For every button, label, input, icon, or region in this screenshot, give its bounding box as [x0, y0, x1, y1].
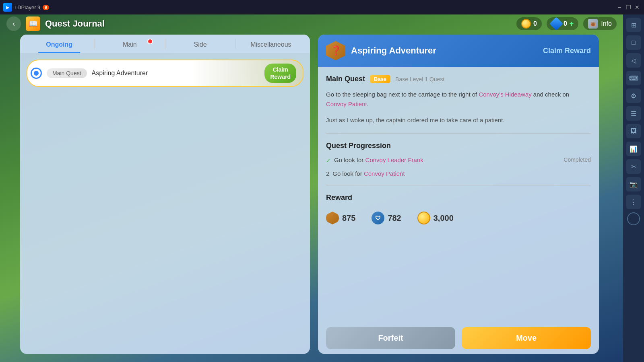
reward-exp: 875: [326, 212, 355, 224]
desc-end: .: [367, 101, 369, 107]
game-header: ‹ 📖 Quest Journal 0 0 + 👜 Info: [0, 14, 623, 33]
info-button[interactable]: 👜 Info: [583, 17, 617, 30]
tab-ongoing[interactable]: Ongoing: [24, 35, 94, 53]
progression-text-2: Go look for Convoy Patient: [332, 170, 588, 177]
sidebar-icon-list[interactable]: ☰: [626, 106, 641, 121]
exp-value: 875: [342, 214, 355, 223]
sidebar-icon-cut[interactable]: ✂: [626, 159, 641, 174]
minimize-button[interactable]: −: [616, 4, 623, 11]
section-divider-1: [326, 133, 591, 134]
close-button[interactable]: ✕: [634, 4, 641, 11]
progression-num-2: 2: [326, 170, 329, 177]
gold-reward-icon: [417, 212, 430, 224]
detail-title: Aspiring Adventurer: [351, 45, 537, 56]
right-sidebar: ⊞ □ ◁ ⌨ ⚙ ☰ 🖼 📊 ✂ 📷 ⋮: [623, 14, 644, 362]
reward-section-title: Reward: [326, 193, 591, 202]
claim-reward-header-button[interactable]: Claim Reward: [543, 47, 591, 55]
detail-body: Main Quest Base Base Level 1 Quest Go to…: [318, 67, 599, 322]
gem-icon: [549, 17, 563, 31]
gold-icon: [521, 19, 531, 29]
taskbar: ▶ LDPlayer 9 9 − ❐ ✕: [0, 0, 644, 14]
reward-items: 875 🛡 782 3,000: [326, 212, 591, 224]
convoy-patient-link-1[interactable]: Convoy Patient: [326, 101, 367, 107]
detail-header: ❓ Aspiring Adventurer Claim Reward: [318, 35, 599, 67]
quest-meta-title: Main Quest: [326, 75, 365, 83]
info-label: Info: [601, 20, 612, 27]
quest-detail-icon: ❓: [326, 41, 345, 60]
quest-flavor-text: Just as I woke up, the captain ordered m…: [326, 115, 591, 125]
convoy-leader-link[interactable]: Convoy Leader Frank: [365, 156, 423, 163]
exp-icon: [326, 212, 339, 224]
progression-item-2: 2 Go look for Convoy Patient: [326, 170, 591, 177]
quest-radio-inner: [34, 71, 39, 76]
detail-footer: Forfeit Move: [318, 322, 599, 354]
taskbar-logo: ▶ LDPlayer 9 9: [3, 3, 49, 12]
page-title: Quest Journal: [45, 19, 105, 29]
reward-gold: 3,000: [417, 212, 454, 224]
progression-title: Quest Progression: [326, 142, 591, 150]
add-gems-button[interactable]: +: [570, 20, 574, 28]
gold-display: 0: [516, 17, 542, 30]
gem-display: 0 +: [547, 17, 578, 30]
taskbar-title: LDPlayer 9: [14, 4, 40, 10]
sidebar-icon-grid[interactable]: ⊞: [626, 18, 641, 32]
progression-item-1: ✓ Go look for Convoy Leader Frank Comple…: [326, 156, 591, 164]
sp-value: 782: [388, 214, 401, 223]
quest-list: Main Quest Aspiring Adventurer ClaimRewa…: [20, 53, 310, 354]
quest-journal-panel: Ongoing Main Side Miscellaneous Main Que…: [20, 35, 310, 354]
sidebar-icon-more[interactable]: ⋮: [626, 195, 641, 209]
desc-text-1: Go to the sleeping bag next to the carri…: [326, 91, 477, 98]
quest-detail-panel: ❓ Aspiring Adventurer Claim Reward Main …: [318, 35, 599, 354]
desc-text-2: and check on: [533, 91, 569, 98]
base-badge: Base: [370, 75, 390, 83]
quest-journal-icon: 📖: [26, 16, 40, 31]
sidebar-icon-screenshot[interactable]: □: [626, 35, 641, 50]
quest-name: Aspiring Adventurer: [92, 70, 260, 77]
check-icon: ✓: [326, 157, 331, 164]
tab-side[interactable]: Side: [165, 35, 235, 53]
forfeit-button[interactable]: Forfeit: [326, 327, 455, 349]
content-area: ‹ 📖 Quest Journal 0 0 + 👜 Info Ongoing M…: [0, 14, 623, 362]
restore-button[interactable]: ❐: [625, 4, 632, 11]
sp-icon: 🛡: [372, 212, 384, 224]
quest-description: Go to the sleeping bag next to the carri…: [326, 90, 591, 109]
convoy-patient-link-2[interactable]: Convoy Patient: [364, 170, 405, 177]
sidebar-icon-image[interactable]: 🖼: [626, 124, 641, 138]
progression-text-1: Go look for Convoy Leader Frank: [334, 156, 560, 163]
claim-reward-list-button[interactable]: ClaimReward: [264, 64, 296, 83]
notification-dot: [147, 39, 153, 44]
sidebar-icon-circle[interactable]: [627, 212, 640, 225]
convoy-hideaway-link[interactable]: Convoy's Hideaway: [479, 91, 533, 98]
tabs-header: Ongoing Main Side Miscellaneous: [20, 35, 310, 53]
tab-miscellaneous[interactable]: Miscellaneous: [236, 35, 306, 53]
tab-main[interactable]: Main: [95, 35, 165, 53]
bag-icon: 👜: [588, 19, 598, 29]
gem-value: 0: [564, 20, 567, 27]
back-button[interactable]: ‹: [6, 16, 21, 31]
quest-type-badge: Main Quest: [47, 68, 87, 78]
sidebar-icon-chart[interactable]: 📊: [626, 142, 641, 156]
base-level-text: Base Level 1 Quest: [395, 76, 444, 82]
section-divider-2: [326, 185, 591, 185]
taskbar-controls: − ❐ ✕: [616, 4, 641, 11]
ldplayer-icon: ▶: [3, 3, 12, 12]
sidebar-icon-volume[interactable]: ◁: [626, 53, 641, 68]
progression-status-1: Completed: [564, 156, 591, 163]
sidebar-icon-settings[interactable]: ⚙: [626, 88, 641, 103]
taskbar-badge: 9: [43, 5, 49, 10]
quest-item[interactable]: Main Quest Aspiring Adventurer ClaimRewa…: [27, 60, 303, 87]
move-button[interactable]: Move: [462, 327, 591, 349]
sidebar-icon-keyboard[interactable]: ⌨: [626, 71, 641, 85]
gold-value: 0: [533, 20, 537, 27]
gold-reward-value: 3,000: [433, 214, 454, 223]
quest-radio: [31, 68, 42, 79]
sidebar-icon-camera[interactable]: 📷: [626, 177, 641, 191]
reward-sp: 🛡 782: [372, 212, 401, 224]
quest-meta: Main Quest Base Base Level 1 Quest: [326, 75, 591, 83]
panels-area: Ongoing Main Side Miscellaneous Main Que…: [20, 35, 599, 354]
